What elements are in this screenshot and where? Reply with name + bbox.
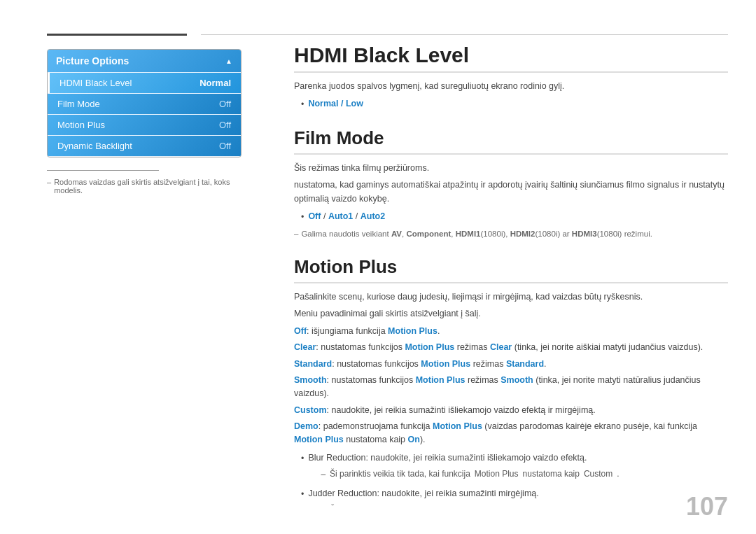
film-note: – Galima naudotis veikiant AV, Component… — [294, 228, 728, 241]
motionplus-blur-item: Blur Reduction: naudokite, jei reikia su… — [301, 451, 728, 484]
menu-item-dynamic-value: Off — [219, 141, 231, 151]
menu-item-hdmi-value: Normal — [200, 78, 231, 88]
motionplus-off: Off: išjungiama funkcija Motion Plus. — [294, 325, 728, 338]
film-note-text: Galima naudotis veikiant AV, Component, … — [301, 228, 652, 241]
judder-dash-list: Ši parinktis veikia tik tada, kai funkci… — [321, 503, 619, 506]
left-note-text: Rodomas vaizdas gali skirtis atsižvelgia… — [54, 178, 241, 195]
film-body: Šis režimas tinka filmų peržiūroms. nust… — [294, 162, 728, 241]
menu-item-motionplus-label: Motion Plus — [57, 120, 105, 130]
motionplus-judder-item: Judder Reduction: naudokite, jei reikia … — [301, 487, 728, 506]
blur-dash-list: Ši parinktis veikia tik tada, kai funkci… — [321, 468, 619, 482]
motionplus-bullet-list: Blur Reduction: naudokite, jei reikia su… — [301, 451, 728, 506]
top-line-light — [201, 34, 728, 35]
menu-item-film-value: Off — [219, 99, 231, 109]
section-hdmi: HDMI Black Level Parenka juodos spalvos … — [294, 43, 728, 112]
blur-dash-item: Ši parinktis veikia tik tada, kai funkci… — [321, 468, 619, 482]
picture-options-header: Picture Options ▲ — [48, 50, 241, 72]
top-line-dark — [47, 34, 187, 36]
film-title: Film Mode — [294, 127, 728, 155]
section-film: Film Mode Šis režimas tinka filmų peržiū… — [294, 127, 728, 241]
judder-dash-item: Ši parinktis veikia tik tada, kai funkci… — [321, 503, 619, 506]
menu-item-hdmi-label: HDMI Black Level — [59, 78, 132, 88]
page-number: 107 — [686, 492, 728, 521]
left-panel: Picture Options ▲ HDMI Black Level Norma… — [47, 49, 241, 195]
hdmi-desc: Parenka juodos spalvos lygmenį, kad sure… — [294, 80, 728, 93]
hdmi-body: Parenka juodos spalvos lygmenį, kad sure… — [294, 80, 728, 112]
menu-item-dynamic-label: Dynamic Backlight — [57, 141, 132, 151]
film-bullet-auto2: Auto2 — [360, 211, 385, 221]
film-bullet-off: Off — [308, 211, 321, 221]
motionplus-clear: Clear: nustatomas funkcijos Motion Plus … — [294, 341, 728, 354]
hdmi-title: HDMI Black Level — [294, 43, 728, 73]
motionplus-standard: Standard: nustatomas funkcijos Motion Pl… — [294, 358, 728, 371]
motionplus-body: Pašalinkite scenų, kuriose daug judesių,… — [294, 290, 728, 506]
menu-item-hdmi[interactable]: HDMI Black Level Normal — [48, 73, 241, 93]
menu-item-motionplus[interactable]: Motion Plus Off — [48, 115, 241, 135]
hdmi-bullet-list: Normal / Low — [301, 97, 728, 111]
picture-options-title: Picture Options — [56, 55, 129, 66]
motionplus-desc1: Pašalinkite scenų, kuriose daug judesių,… — [294, 290, 728, 304]
top-lines — [0, 34, 756, 36]
hdmi-bullet-item: Normal / Low — [301, 97, 728, 111]
film-bullet-list: Off / Auto1 / Auto2 — [301, 210, 728, 224]
menu-item-motionplus-value: Off — [219, 120, 231, 130]
motionplus-demo: Demo: pademonstruojama funkcija Motion P… — [294, 420, 728, 447]
film-desc1: Šis režimas tinka filmų peržiūroms. — [294, 162, 728, 175]
picture-options-arrow-icon: ▲ — [225, 57, 232, 65]
film-bullet-item: Off / Auto1 / Auto2 — [301, 210, 728, 224]
motionplus-desc2: Meniu pavadinimai gali skirtis atsižvelg… — [294, 307, 728, 321]
film-bullet-auto1: Auto1 — [328, 211, 353, 221]
menu-item-film-label: Film Mode — [57, 99, 100, 109]
left-note: – Rodomas vaizdas gali skirtis atsižvelg… — [47, 178, 241, 195]
motionplus-custom: Custom: naudokite, jei reikia sumažinti … — [294, 404, 728, 417]
menu-item-dynamic[interactable]: Dynamic Backlight Off — [48, 136, 241, 156]
hdmi-bullet-text: Normal / Low — [308, 97, 363, 111]
film-desc2: nustatoma, kad gaminys automatiškai atpa… — [294, 178, 728, 206]
menu-item-film[interactable]: Film Mode Off — [48, 94, 241, 114]
motionplus-smooth: Smooth: nustatomas funkcijos Motion Plus… — [294, 374, 728, 401]
picture-options-box: Picture Options ▲ HDMI Black Level Norma… — [47, 49, 241, 157]
section-motionplus: Motion Plus Pašalinkite scenų, kuriose d… — [294, 256, 728, 506]
motionplus-title: Motion Plus — [294, 256, 728, 283]
left-divider — [47, 170, 159, 171]
right-content: HDMI Black Level Parenka juodos spalvos … — [294, 43, 728, 506]
